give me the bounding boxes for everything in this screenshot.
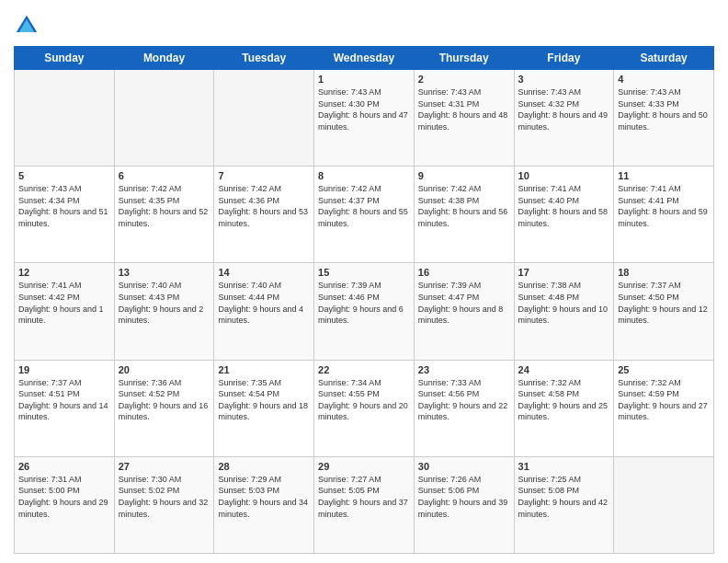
day-info: Sunrise: 7:39 AM Sunset: 4:47 PM Dayligh… (418, 280, 510, 326)
day-number: 12 (18, 267, 110, 278)
calendar-day-cell (614, 456, 714, 553)
calendar-day-cell: 9Sunrise: 7:42 AM Sunset: 4:38 PM Daylig… (414, 167, 514, 263)
day-number: 30 (418, 461, 510, 472)
day-number: 23 (418, 364, 510, 375)
day-number: 16 (418, 267, 510, 278)
header (14, 9, 714, 39)
calendar-day-cell: 3Sunrise: 7:43 AM Sunset: 4:32 PM Daylig… (514, 70, 614, 167)
calendar-day-cell: 22Sunrise: 7:34 AM Sunset: 4:55 PM Dayli… (314, 360, 415, 456)
calendar-day-cell: 8Sunrise: 7:42 AM Sunset: 4:37 PM Daylig… (314, 167, 415, 263)
calendar-day-cell: 29Sunrise: 7:27 AM Sunset: 5:05 PM Dayli… (314, 456, 415, 553)
calendar: SundayMondayTuesdayWednesdayThursdayFrid… (14, 46, 714, 554)
day-info: Sunrise: 7:41 AM Sunset: 4:42 PM Dayligh… (18, 280, 110, 326)
day-number: 11 (618, 170, 710, 181)
day-number: 9 (418, 170, 510, 181)
day-number: 3 (518, 74, 610, 85)
day-number: 28 (218, 461, 310, 472)
day-number: 1 (318, 74, 410, 85)
day-info: Sunrise: 7:40 AM Sunset: 4:43 PM Dayligh… (119, 280, 210, 326)
day-info: Sunrise: 7:29 AM Sunset: 5:03 PM Dayligh… (218, 474, 310, 520)
day-number: 8 (318, 170, 410, 181)
day-info: Sunrise: 7:26 AM Sunset: 5:06 PM Dayligh… (418, 474, 510, 520)
calendar-day-cell: 15Sunrise: 7:39 AM Sunset: 4:46 PM Dayli… (314, 263, 415, 360)
day-number: 20 (119, 364, 210, 375)
day-info: Sunrise: 7:39 AM Sunset: 4:46 PM Dayligh… (318, 280, 410, 326)
day-number: 26 (18, 461, 110, 472)
calendar-day-cell: 7Sunrise: 7:42 AM Sunset: 4:36 PM Daylig… (214, 167, 314, 263)
calendar-day-cell: 10Sunrise: 7:41 AM Sunset: 4:40 PM Dayli… (514, 167, 614, 263)
logo (14, 13, 43, 39)
calendar-day-cell: 16Sunrise: 7:39 AM Sunset: 4:47 PM Dayli… (414, 263, 514, 360)
day-info: Sunrise: 7:36 AM Sunset: 4:52 PM Dayligh… (119, 377, 210, 423)
day-of-week-header: Thursday (414, 47, 514, 70)
logo-icon (14, 13, 40, 39)
day-number: 5 (18, 170, 110, 181)
day-info: Sunrise: 7:43 AM Sunset: 4:33 PM Dayligh… (618, 86, 710, 132)
day-of-week-header: Wednesday (314, 47, 415, 70)
day-number: 27 (119, 461, 210, 472)
day-number: 19 (18, 364, 110, 375)
calendar-day-cell: 21Sunrise: 7:35 AM Sunset: 4:54 PM Dayli… (214, 360, 314, 456)
day-number: 10 (518, 170, 610, 181)
day-number: 31 (518, 461, 610, 472)
day-number: 21 (218, 364, 310, 375)
calendar-day-cell: 12Sunrise: 7:41 AM Sunset: 4:42 PM Dayli… (15, 263, 115, 360)
day-of-week-header: Tuesday (214, 47, 314, 70)
calendar-day-cell: 19Sunrise: 7:37 AM Sunset: 4:51 PM Dayli… (15, 360, 115, 456)
day-number: 14 (218, 267, 310, 278)
day-info: Sunrise: 7:42 AM Sunset: 4:36 PM Dayligh… (218, 183, 310, 229)
calendar-week-row: 5Sunrise: 7:43 AM Sunset: 4:34 PM Daylig… (15, 167, 714, 263)
day-info: Sunrise: 7:42 AM Sunset: 4:38 PM Dayligh… (418, 183, 510, 229)
day-info: Sunrise: 7:35 AM Sunset: 4:54 PM Dayligh… (218, 377, 310, 423)
calendar-day-cell: 4Sunrise: 7:43 AM Sunset: 4:33 PM Daylig… (614, 70, 714, 167)
calendar-day-cell: 13Sunrise: 7:40 AM Sunset: 4:43 PM Dayli… (114, 263, 214, 360)
day-info: Sunrise: 7:32 AM Sunset: 4:59 PM Dayligh… (618, 377, 710, 423)
day-of-week-header: Saturday (614, 47, 714, 70)
calendar-day-cell: 31Sunrise: 7:25 AM Sunset: 5:08 PM Dayli… (514, 456, 614, 553)
calendar-week-row: 19Sunrise: 7:37 AM Sunset: 4:51 PM Dayli… (15, 360, 714, 456)
day-info: Sunrise: 7:32 AM Sunset: 4:58 PM Dayligh… (518, 377, 610, 423)
day-number: 29 (318, 461, 410, 472)
day-info: Sunrise: 7:40 AM Sunset: 4:44 PM Dayligh… (218, 280, 310, 326)
calendar-day-cell: 5Sunrise: 7:43 AM Sunset: 4:34 PM Daylig… (15, 167, 115, 263)
day-info: Sunrise: 7:43 AM Sunset: 4:31 PM Dayligh… (418, 86, 510, 132)
day-number: 4 (618, 74, 710, 85)
calendar-day-cell: 27Sunrise: 7:30 AM Sunset: 5:02 PM Dayli… (114, 456, 214, 553)
day-info: Sunrise: 7:37 AM Sunset: 4:51 PM Dayligh… (18, 377, 110, 423)
day-info: Sunrise: 7:42 AM Sunset: 4:35 PM Dayligh… (119, 183, 210, 229)
day-info: Sunrise: 7:43 AM Sunset: 4:32 PM Dayligh… (518, 86, 610, 132)
day-info: Sunrise: 7:43 AM Sunset: 4:30 PM Dayligh… (318, 86, 410, 132)
calendar-day-cell: 23Sunrise: 7:33 AM Sunset: 4:56 PM Dayli… (414, 360, 514, 456)
day-number: 18 (618, 267, 710, 278)
calendar-day-cell (114, 70, 214, 167)
calendar-week-row: 26Sunrise: 7:31 AM Sunset: 5:00 PM Dayli… (15, 456, 714, 553)
day-of-week-header: Monday (114, 47, 214, 70)
calendar-day-cell: 18Sunrise: 7:37 AM Sunset: 4:50 PM Dayli… (614, 263, 714, 360)
day-of-week-header: Sunday (15, 47, 115, 70)
calendar-day-cell: 30Sunrise: 7:26 AM Sunset: 5:06 PM Dayli… (414, 456, 514, 553)
calendar-day-cell (15, 70, 115, 167)
day-info: Sunrise: 7:41 AM Sunset: 4:41 PM Dayligh… (618, 183, 710, 229)
day-number: 13 (119, 267, 210, 278)
day-info: Sunrise: 7:42 AM Sunset: 4:37 PM Dayligh… (318, 183, 410, 229)
day-number: 15 (318, 267, 410, 278)
day-number: 2 (418, 74, 510, 85)
day-number: 17 (518, 267, 610, 278)
calendar-header-row: SundayMondayTuesdayWednesdayThursdayFrid… (15, 47, 714, 70)
day-info: Sunrise: 7:33 AM Sunset: 4:56 PM Dayligh… (418, 377, 510, 423)
page: SundayMondayTuesdayWednesdayThursdayFrid… (0, 0, 728, 563)
day-number: 6 (119, 170, 210, 181)
calendar-day-cell: 20Sunrise: 7:36 AM Sunset: 4:52 PM Dayli… (114, 360, 214, 456)
day-of-week-header: Friday (514, 47, 614, 70)
day-info: Sunrise: 7:43 AM Sunset: 4:34 PM Dayligh… (18, 183, 110, 229)
calendar-day-cell: 24Sunrise: 7:32 AM Sunset: 4:58 PM Dayli… (514, 360, 614, 456)
calendar-day-cell: 17Sunrise: 7:38 AM Sunset: 4:48 PM Dayli… (514, 263, 614, 360)
day-info: Sunrise: 7:34 AM Sunset: 4:55 PM Dayligh… (318, 377, 410, 423)
day-info: Sunrise: 7:30 AM Sunset: 5:02 PM Dayligh… (119, 474, 210, 520)
day-info: Sunrise: 7:27 AM Sunset: 5:05 PM Dayligh… (318, 474, 410, 520)
calendar-day-cell: 14Sunrise: 7:40 AM Sunset: 4:44 PM Dayli… (214, 263, 314, 360)
day-number: 7 (218, 170, 310, 181)
calendar-day-cell: 1Sunrise: 7:43 AM Sunset: 4:30 PM Daylig… (314, 70, 415, 167)
calendar-day-cell: 11Sunrise: 7:41 AM Sunset: 4:41 PM Dayli… (614, 167, 714, 263)
day-number: 25 (618, 364, 710, 375)
